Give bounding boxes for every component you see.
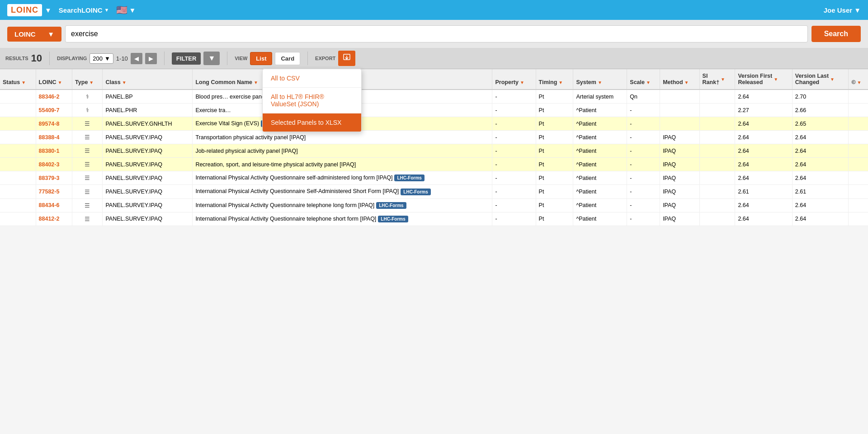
filter-label-button[interactable]: FILTER [172,52,201,65]
logo-caret[interactable]: ▼ [45,6,52,14]
displaying-label: DISPLAYING [57,56,87,61]
search-loinc-menu[interactable]: SearchLOINC ▼ [59,6,109,14]
cell-loinc: 55409-7 [36,104,72,117]
loinc-link[interactable]: 88346-2 [39,94,60,100]
loinc-link[interactable]: 89574-8 [39,121,60,127]
sort-sirank[interactable]: ▼ [721,77,725,82]
cell-method: IPAQ [660,158,699,171]
cell-copy [849,212,868,226]
cell-timing: Pt [536,158,573,171]
cell-property: - [492,90,536,104]
export-xlsx-item[interactable]: Selected Panels to XLSX [263,113,361,132]
cell-method: IPAQ [660,171,699,185]
nav-left: LOINC ▼ SearchLOINC ▼ 🇺🇸 ▼ [7,4,136,16]
cell-status [0,144,36,158]
sort-property[interactable]: ▼ [520,80,524,85]
loinc-link[interactable]: 77582-5 [39,189,60,195]
cell-scale: Qn [627,90,660,104]
sort-class[interactable]: ▼ [122,80,127,85]
loinc-link[interactable]: 88402-3 [39,161,60,168]
cell-loinc: 88380-1 [36,144,72,158]
cell-class: PANEL.SURVEY.IPAQ [103,171,193,185]
sort-longname[interactable]: ▼ [254,80,258,85]
cell-sirank [699,212,735,226]
sort-status[interactable]: ▼ [21,80,26,85]
cell-method: IPAQ [660,185,699,198]
loinc-link[interactable]: 88434-6 [39,202,60,208]
cell-version-first: 2.64 [735,144,792,158]
search-button[interactable]: Search [811,26,861,42]
sort-timing[interactable]: ▼ [558,80,563,85]
cell-version-first: 2.64 [735,117,792,131]
cell-version-first: 2.64 [735,171,792,185]
cell-scale: - [627,171,660,185]
sort-method[interactable]: ▼ [684,80,689,85]
user-menu[interactable]: Joe User ▼ [824,6,861,14]
cell-copy [849,171,868,185]
cell-scale: - [627,212,660,226]
next-page-button[interactable]: ▶ [145,53,157,64]
cell-version-last: 2.70 [792,90,849,104]
sort-type[interactable]: ▼ [89,80,94,85]
th-loinc: LOINC▼ [36,69,72,90]
cell-system: ^Patient [573,104,627,117]
cell-system: ^Patient [573,144,627,158]
displaying-group: DISPLAYING 200 ▼ 1-10 ◀ ▶ [57,53,157,64]
cell-version-first: 2.64 [735,131,792,144]
search-type-button[interactable]: LOINC ▼ [7,27,61,42]
cell-status [0,131,36,144]
lhc-forms-badge[interactable]: LHC-Forms [394,175,424,181]
card-view-button[interactable]: Card [275,52,300,65]
logo-group[interactable]: LOINC ▼ [7,4,52,16]
filter-icon-button[interactable]: ▼ [203,52,220,65]
flag-group[interactable]: 🇺🇸 ▼ [116,5,136,15]
list-view-button[interactable]: List [250,52,272,65]
loinc-link[interactable]: 88412-2 [39,216,60,222]
table-header-row: Status▼ LOINC▼ Type▼ Class▼ Long Common … [0,69,868,90]
cell-type: ☰ [72,171,103,185]
loinc-link[interactable]: 88380-1 [39,148,60,154]
export-csv-item[interactable]: All to CSV [263,69,361,88]
sort-system[interactable]: ▼ [598,80,602,85]
cell-version-last: 2.64 [792,158,849,171]
cell-status [0,198,36,212]
th-sirank: SIRank†▼ [699,69,735,90]
export-group: EXPORT [315,51,355,66]
export-button[interactable] [338,51,355,66]
cell-method: IPAQ [660,131,699,144]
sort-scale[interactable]: ▼ [646,80,651,85]
divider-3 [227,52,227,65]
lhc-forms-badge[interactable]: LHC-Forms [401,189,430,195]
sort-versionlast[interactable]: ▼ [830,77,835,82]
cell-longname: International Physical Activity Question… [193,212,492,226]
cell-longname: Transportation physical activity panel [… [193,131,492,144]
cell-method: IPAQ [660,144,699,158]
loinc-link[interactable]: 88388-4 [39,134,60,141]
cell-status [0,90,36,104]
search-input[interactable] [65,25,808,42]
loinc-link[interactable]: 55409-7 [39,107,60,113]
display-count-select[interactable]: 200 ▼ [90,53,113,64]
lhc-forms-badge[interactable]: LHC-Forms [378,216,408,222]
table-row: 89574-8☰PANEL.SURVEY.GNHLTHExercise Vita… [0,117,868,131]
cell-system: ^Patient [573,131,627,144]
cell-property: - [492,104,536,117]
loinc-link[interactable]: 88379-3 [39,175,60,181]
lhc-forms-badge[interactable]: LHC-Forms [376,202,406,209]
cell-method [660,90,699,104]
table-row: 88434-6☰PANEL.SURVEY.IPAQInternational P… [0,198,868,212]
prev-page-button[interactable]: ◀ [131,53,142,64]
results-table-container: Status▼ LOINC▼ Type▼ Class▼ Long Common … [0,69,868,226]
cell-loinc: 89574-8 [36,117,72,131]
cell-sirank [699,198,735,212]
cell-class: PANEL.SURVEY.IPAQ [103,131,193,144]
results-table: Status▼ LOINC▼ Type▼ Class▼ Long Common … [0,69,868,226]
sort-loinc[interactable]: ▼ [57,80,62,85]
cell-status [0,171,36,185]
export-fhir-item[interactable]: All to HL7® FHIR®ValueSet (JSON) [263,88,361,113]
th-method: Method▼ [660,69,699,90]
sort-versionfirst[interactable]: ▼ [774,77,778,82]
results-group: RESULTS 10 [5,52,42,64]
sort-copy[interactable]: ▼ [857,80,862,85]
cell-copy [849,117,868,131]
